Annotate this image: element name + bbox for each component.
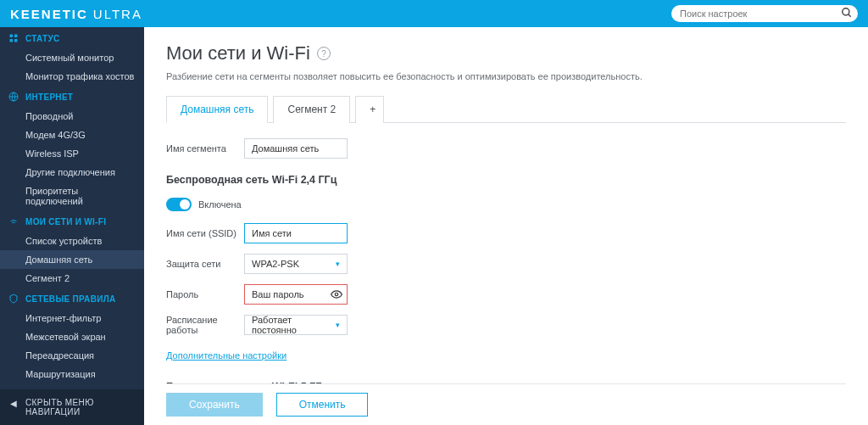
sidebar-item[interactable]: Интернет-фильтр — [0, 309, 144, 327]
sidebar-collapse[interactable]: ◀ СКРЫТЬ МЕНЮ НАВИГАЦИИ — [0, 389, 144, 425]
wifi24-ssid-label: Имя сети (SSID) — [166, 228, 244, 238]
wifi24-security-label: Защита сети — [166, 259, 244, 269]
chevron-down-icon: ▾ — [336, 321, 340, 329]
action-bar: Сохранить Отменить — [166, 383, 846, 425]
cancel-button[interactable]: Отменить — [276, 393, 369, 417]
search-input[interactable] — [671, 5, 858, 22]
sidebar-item[interactable]: Сегмент 2 — [0, 269, 144, 288]
wifi24-schedule-select[interactable]: Работает постоянно▾ — [244, 315, 348, 335]
tab-home-network[interactable]: Домашняя сеть — [166, 96, 268, 123]
sidebar-item[interactable]: Переадресация — [0, 346, 144, 365]
section-icon — [8, 92, 19, 102]
wifi24-advanced-link[interactable]: Дополнительные настройки — [166, 350, 287, 361]
main-content: Мои сети и Wi-Fi ? Разбиение сети на сег… — [144, 27, 868, 425]
sidebar: СТАТУССистемный мониторМонитор трафика х… — [0, 27, 144, 425]
tab-segment-2[interactable]: Сегмент 2 — [273, 96, 350, 123]
sidebar-item[interactable]: Модем 4G/3G — [0, 126, 144, 144]
wifi24-ssid-input[interactable] — [244, 223, 348, 243]
sidebar-section-title[interactable]: СЕТЕВЫЕ ПРАВИЛА — [0, 288, 144, 309]
segment-name-label: Имя сегмента — [166, 143, 244, 154]
search-wrap — [671, 5, 858, 22]
eye-icon[interactable] — [331, 288, 342, 300]
chevron-left-icon: ◀ — [10, 399, 17, 408]
sidebar-item[interactable]: Проводной — [0, 107, 144, 126]
tab-add[interactable]: + — [355, 96, 384, 123]
sidebar-section-title[interactable]: МОИ СЕТИ И WI-FI — [0, 210, 144, 232]
app-header: KEENETICULTRA — [0, 0, 868, 27]
chevron-down-icon: ▾ — [336, 260, 340, 268]
page-title: Мои сети и Wi-Fi ? — [166, 42, 846, 64]
wifi24-schedule-label: Расписание работы — [166, 315, 244, 335]
segment-tabs: Домашняя сеть Сегмент 2 + — [166, 95, 846, 123]
help-icon[interactable]: ? — [317, 47, 331, 60]
save-button[interactable]: Сохранить — [166, 393, 263, 417]
sidebar-item[interactable]: Список устройств — [0, 232, 144, 250]
page-subtitle: Разбиение сети на сегменты позволяет пов… — [166, 71, 846, 81]
wifi24-enabled-label: Включена — [198, 199, 242, 210]
wifi24-toggle[interactable] — [166, 198, 192, 211]
svg-line-1 — [849, 14, 851, 17]
sidebar-section-title[interactable]: ИНТЕРНЕТ — [0, 86, 144, 107]
svg-rect-5 — [14, 39, 18, 42]
sidebar-item[interactable]: Системный монитор — [0, 48, 144, 67]
sidebar-item[interactable]: Wireless ISP — [0, 144, 144, 163]
wifi24-heading: Беспроводная сеть Wi-Fi 2,4 ГГц — [166, 174, 846, 186]
sidebar-item[interactable]: Монитор трафика хостов — [0, 67, 144, 86]
svg-rect-3 — [14, 35, 18, 38]
sidebar-item[interactable]: Маршрутизация — [0, 365, 144, 383]
section-icon — [8, 216, 19, 226]
sidebar-item[interactable]: Приоритеты подключений — [0, 182, 144, 210]
svg-point-8 — [335, 293, 338, 296]
svg-rect-2 — [10, 35, 14, 38]
sidebar-item[interactable]: Другие подключения — [0, 163, 144, 182]
segment-name-input[interactable] — [244, 138, 348, 159]
sidebar-item[interactable]: Доменное имя — [0, 383, 144, 389]
sidebar-section-title[interactable]: СТАТУС — [0, 27, 144, 48]
svg-point-0 — [843, 8, 849, 15]
wifi24-security-select[interactable]: WPA2-PSK▾ — [244, 254, 348, 274]
sidebar-item[interactable]: Домашняя сеть — [0, 250, 144, 269]
sidebar-item[interactable]: Межсетевой экран — [0, 327, 144, 346]
brand-logo: KEENETICULTRA — [10, 7, 142, 21]
search-icon[interactable] — [841, 7, 853, 19]
wifi24-password-label: Пароль — [166, 289, 244, 299]
svg-rect-4 — [10, 39, 14, 42]
section-icon — [8, 294, 19, 304]
section-icon — [8, 33, 19, 43]
